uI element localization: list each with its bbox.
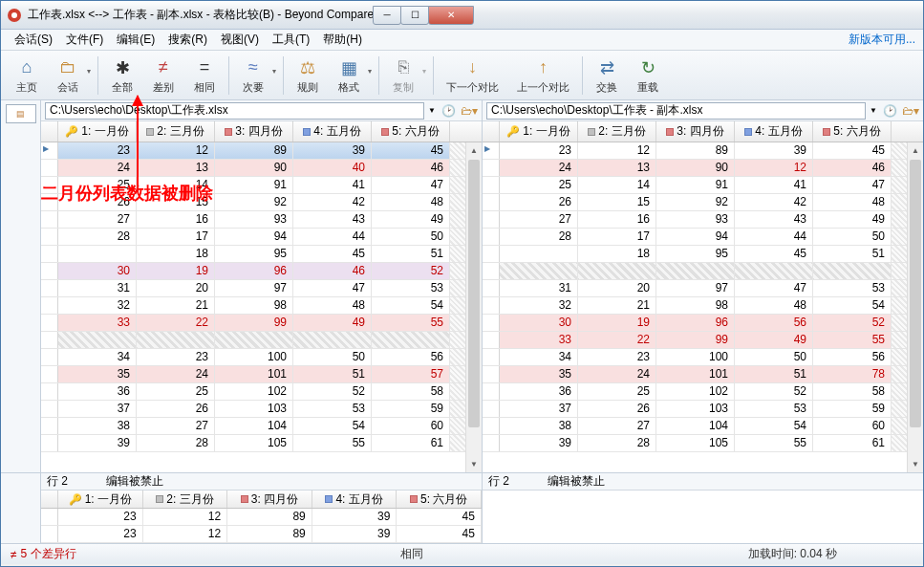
bottom-left-grid[interactable]: 23128939452312893945 [41, 509, 482, 543]
toolbar-format[interactable]: ▦格式 [329, 53, 375, 98]
toolbar-rules[interactable]: ⚖规则 [288, 53, 328, 98]
table-row[interactable]: 34231005056 [41, 349, 482, 366]
menu-file[interactable]: 文件(F) [60, 30, 109, 50]
row-indicator: 行 2 [488, 473, 509, 490]
format-icon: ▦ [337, 56, 360, 79]
table-row[interactable]: 2413901246 [483, 160, 923, 177]
table-row[interactable]: 3019965652 [483, 315, 923, 332]
col-header[interactable]: 3: 四月份 [215, 121, 293, 142]
left-path-input[interactable] [45, 102, 424, 120]
table-row[interactable]: 2716934349 [41, 211, 482, 229]
table-row[interactable]: 18954551 [483, 246, 923, 263]
close-button[interactable]: ✕ [428, 6, 474, 25]
table-row[interactable]: 2514914147 [41, 177, 482, 194]
menu-search[interactable]: 搜索(R) [162, 30, 213, 50]
right-path-input[interactable] [486, 102, 866, 120]
scrollbar-vertical[interactable]: ▲▼ [907, 142, 923, 472]
menu-edit[interactable]: 编辑(E) [111, 30, 161, 50]
toolbar-next-diff[interactable]: ↑上一个对比 [508, 53, 578, 98]
menu-view[interactable]: 视图(V) [215, 30, 265, 50]
toolbar-home[interactable]: ⌂主页 [7, 53, 47, 98]
table-row[interactable]: 3322994955 [41, 315, 482, 332]
table-row[interactable]: 2312893945 [41, 142, 482, 160]
table-row[interactable]: 35241015178 [483, 366, 923, 383]
toolbar-same[interactable]: =相同 [184, 53, 225, 98]
col-header[interactable]: 4: 五月份 [735, 121, 813, 142]
side-view-button[interactable]: ▤ [6, 104, 36, 123]
col-header[interactable]: 🔑1: 一月份 [58, 121, 137, 142]
table-row[interactable]: 35241015157 [41, 366, 482, 383]
table-row[interactable]: 18954551 [41, 246, 482, 263]
col-header[interactable]: 🔑1: 一月份 [500, 121, 578, 142]
table-row[interactable]: 38271045460 [41, 418, 482, 435]
maximize-button[interactable]: ☐ [400, 6, 429, 25]
table-row[interactable]: 38271045460 [483, 418, 923, 435]
table-row[interactable]: 2312893945 [41, 509, 482, 526]
toolbar-swap[interactable]: ⇄交换 [587, 53, 627, 98]
col-header[interactable]: 4: 五月份 [293, 121, 372, 142]
toolbar-copy[interactable]: ⎘复制 [383, 53, 429, 98]
table-row[interactable] [483, 263, 923, 280]
table-row[interactable]: 2615924248 [41, 194, 482, 211]
minimize-button[interactable]: ─ [373, 6, 401, 25]
table-row[interactable]: 2615924248 [483, 194, 923, 211]
menu-help[interactable]: 帮助(H) [317, 30, 368, 50]
table-row[interactable]: 2817944450 [41, 229, 482, 246]
toolbar-sessions[interactable]: 🗀会话 [48, 53, 94, 98]
update-link[interactable]: 新版本可用... [849, 32, 915, 48]
col-header[interactable]: 2: 三月份 [137, 121, 215, 142]
toolbar-reload[interactable]: ↻重载 [628, 53, 668, 98]
toolbar-minor[interactable]: ≈次要 [233, 53, 279, 98]
menu-tools[interactable]: 工具(T) [267, 30, 315, 50]
table-row[interactable]: 37261035359 [483, 401, 923, 418]
browse-icon[interactable]: 🗁▾ [902, 102, 919, 120]
table-row[interactable] [41, 332, 482, 349]
table-row[interactable]: 3120974753 [483, 280, 923, 297]
right-grid[interactable]: 2312893945241390124625149141472615924248… [483, 142, 923, 472]
bottom-section: 行 2 编辑被禁止 🔑1: 一月份 2: 三月份 3: 四月份 4: 五月份 5… [1, 472, 923, 543]
table-row[interactable]: 3221984854 [41, 297, 482, 315]
table-row[interactable]: 2716934349 [483, 211, 923, 229]
table-row[interactable]: 2413904046 [41, 160, 482, 177]
status-diff-count: ≠5 个差异行 [11, 546, 76, 562]
col-header[interactable]: 2: 三月份 [578, 121, 656, 142]
table-row[interactable]: 34231005056 [483, 349, 923, 366]
col-header[interactable]: 5: 六月份 [813, 121, 892, 142]
right-pathbar: ▼ 🕑 🗁▾ [483, 100, 923, 121]
table-row[interactable]: 3019964652 [41, 263, 482, 280]
menu-session[interactable]: 会话(S) [9, 30, 58, 50]
scrollbar-vertical[interactable]: ▲▼ [465, 142, 482, 472]
statusbar: ≠5 个差异行 相同 加载时间: 0.04 秒 [1, 543, 923, 564]
browse-icon[interactable]: 🗁▾ [461, 102, 478, 120]
col-header[interactable]: 5: 六月份 [372, 121, 450, 142]
dropdown-icon[interactable]: ▼ [870, 106, 877, 115]
minor-icon: ≈ [242, 56, 265, 79]
bottom-left-pane: 行 2 编辑被禁止 🔑1: 一月份 2: 三月份 3: 四月份 4: 五月份 5… [41, 473, 483, 543]
all-icon: ✱ [111, 56, 134, 79]
dropdown-icon[interactable]: ▼ [428, 106, 436, 115]
table-row[interactable]: 3221984854 [483, 297, 923, 315]
table-row[interactable]: 3322994955 [483, 332, 923, 349]
toolbar-diffs[interactable]: ≠差别 [143, 53, 183, 98]
table-row[interactable]: 37261035359 [41, 401, 482, 418]
toolbar: ⌂主页 🗀会话 ✱全部 ≠差别 =相同 ≈次要 ⚖规则 ▦格式 ⎘复制 ↓下一个… [1, 51, 923, 100]
history-icon[interactable]: 🕑 [881, 102, 898, 120]
main-area: ▤ 二月份列表数据被删除 ▼ 🕑 🗁▾ 🔑1: 一月份 2: 三月份 3: 四月… [1, 100, 923, 472]
table-row[interactable]: 36251025258 [483, 383, 923, 401]
row-indicator: 行 2 [47, 473, 68, 490]
toolbar-prev-diff[interactable]: ↓下一个对比 [438, 53, 507, 98]
table-row[interactable]: 3120974753 [41, 280, 482, 297]
col-header[interactable]: 3: 四月份 [656, 121, 735, 142]
table-row[interactable]: 39281055561 [41, 435, 482, 452]
left-grid[interactable]: 2312893945241390404625149141472615924248… [41, 142, 482, 472]
table-row[interactable]: 2817944450 [483, 229, 923, 246]
table-row[interactable]: 39281055561 [483, 435, 923, 452]
menubar: 会话(S) 文件(F) 编辑(E) 搜索(R) 视图(V) 工具(T) 帮助(H… [1, 30, 923, 51]
table-row[interactable]: 2312893945 [483, 142, 923, 160]
same-icon: = [193, 56, 216, 79]
table-row[interactable]: 2312893945 [41, 526, 482, 543]
table-row[interactable]: 36251025258 [41, 383, 482, 401]
toolbar-all[interactable]: ✱全部 [102, 53, 142, 98]
history-icon[interactable]: 🕑 [440, 102, 457, 120]
table-row[interactable]: 2514914147 [483, 177, 923, 194]
